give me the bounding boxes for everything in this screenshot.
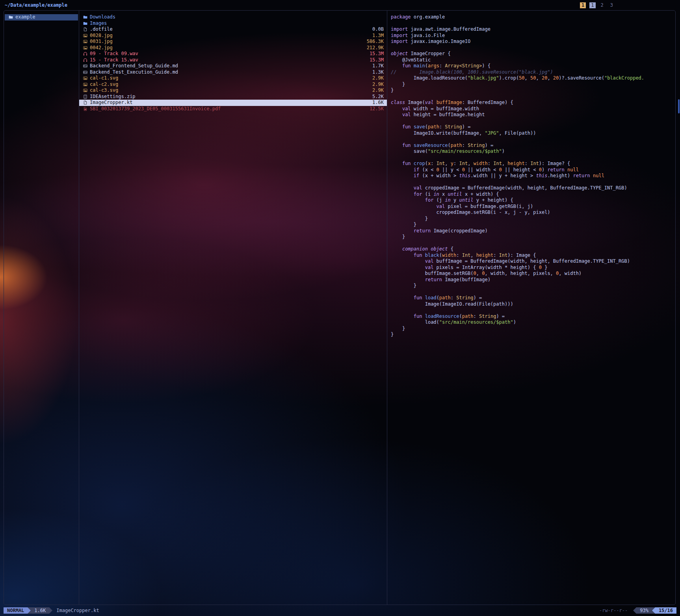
code-line	[391, 307, 674, 314]
kotlin-icon	[83, 100, 90, 105]
code-line	[391, 289, 674, 295]
image-icon	[83, 88, 90, 93]
tab-2[interactable]: 1	[589, 2, 595, 8]
code-line: for (i in x until x + width) {	[391, 191, 674, 198]
code-line: for (j in y until y + height) {	[391, 197, 674, 204]
file-row[interactable]: Images	[79, 20, 387, 27]
file-size-badge: 1.6K	[31, 607, 49, 614]
scroll-percent-badge: 93%	[636, 607, 652, 614]
preview-scrollbar[interactable]	[678, 99, 680, 113]
code-line: }	[391, 234, 674, 240]
file-row[interactable]: 15 - Track 15.wav15.3M	[79, 57, 387, 63]
code-line: import java.io.File	[391, 33, 674, 39]
folder-icon	[83, 21, 90, 26]
image-icon	[83, 46, 90, 50]
archive-icon	[83, 95, 90, 99]
code-line: return Image(croppedImage)	[391, 228, 674, 234]
parent-pane: example	[4, 11, 79, 605]
tab-3[interactable]: 2	[599, 2, 605, 8]
file-name: 0028.jpg	[90, 33, 369, 39]
code-line: companion object {	[391, 246, 674, 252]
tab-1[interactable]: 1	[580, 2, 586, 8]
folder-icon	[83, 15, 90, 19]
file-row[interactable]: 0028.jpg1.3M	[79, 33, 387, 39]
code-line	[391, 240, 674, 247]
audio-icon	[83, 58, 90, 62]
image-icon	[83, 76, 90, 80]
file-size: 2.9K	[372, 82, 384, 88]
image-icon	[83, 39, 90, 44]
file-name: Backend_Test_Execution_Guide.md	[90, 69, 369, 76]
file-list: DownloadsImages.dotfile0.0B0028.jpg1.3M0…	[79, 14, 387, 112]
code-line: fun loadResource(path: String) =	[391, 314, 674, 320]
code-line: fun crop(x: Int, y: Int, width: Int, hei…	[391, 161, 674, 167]
file-size: 5.2K	[372, 94, 384, 100]
file-row[interactable]: cal-c2.svg2.9K	[79, 82, 387, 88]
code-line: }	[391, 332, 674, 338]
file-size: 0.0B	[372, 26, 384, 33]
file-row[interactable]: Backend_Frontend_Setup_Guide.md1.7K	[79, 63, 387, 69]
code-line: @JvmStatic	[391, 57, 674, 63]
file-name: Downloads	[90, 14, 381, 20]
file-row[interactable]: ImageCropper.kt1.6K	[79, 100, 387, 106]
code-line: import java.awt.image.BufferedImage	[391, 26, 674, 33]
code-line: fun saveResource(path: String) =	[391, 143, 674, 149]
file-name: cal-c1.svg	[90, 75, 369, 82]
parent-item[interactable]: example	[5, 14, 78, 20]
powerline-separator	[49, 607, 52, 614]
file-row[interactable]: SBI_0032013739_2023_DE05_0003155631Invoi…	[79, 106, 387, 112]
markdown-icon	[83, 64, 90, 68]
code-line: if (x < 0 || y < 0 || width < 0 || heigh…	[391, 167, 674, 173]
file-row[interactable]: Backend_Test_Execution_Guide.md1.3K	[79, 69, 387, 76]
file-size: 2.9K	[372, 75, 384, 82]
file-row[interactable]: cal-c1.svg2.9K	[79, 75, 387, 82]
file-size: 1.7K	[372, 63, 384, 69]
file-size: 586.3K	[367, 39, 384, 45]
file-name: ImageCropper.kt	[90, 100, 369, 106]
audio-icon	[83, 52, 90, 56]
code-line: object ImageCropper {	[391, 51, 674, 57]
status-filename: ImageCropper.kt	[56, 608, 99, 613]
code-line	[391, 136, 674, 143]
code-line	[391, 118, 674, 124]
file-permissions: -rw-r--r--	[599, 608, 628, 613]
code-line: }	[391, 87, 674, 94]
file-row[interactable]: 09 - Track 09.wav15.3M	[79, 51, 387, 57]
file-row[interactable]: 0042.jpg212.9K	[79, 45, 387, 51]
file-name: 0042.jpg	[90, 45, 364, 51]
code-line: val width = buffImage.width	[391, 106, 674, 112]
code-line: class Image(val buffImage: BufferedImage…	[391, 100, 674, 106]
image-icon	[83, 82, 90, 87]
code-line: }	[391, 216, 674, 222]
code-line: save("src/main/resources/$path")	[391, 148, 674, 155]
code-line: // Image.black(100, 100).saveResource("b…	[391, 69, 674, 76]
tab-4[interactable]: 3	[609, 2, 615, 8]
code-line: import javax.imageio.ImageIO	[391, 39, 674, 45]
file-name: .dotfile	[90, 26, 369, 33]
code-line: load("src/main/resources/$path")	[391, 319, 674, 326]
file-name: 0031.jpg	[90, 39, 364, 45]
file-row[interactable]: .dotfile0.0B	[79, 26, 387, 33]
code-line: croppedImage.setRGB(i - x, j - y, pixel)	[391, 210, 674, 216]
file-row[interactable]: 0031.jpg586.3K	[79, 39, 387, 45]
code-line: ImageIO.write(buffImage, "JPG", File(pat…	[391, 130, 674, 137]
file-manager-window: example DownloadsImages.dotfile0.0B0028.…	[4, 10, 676, 605]
code-line: val pixels = IntArray(width * height) { …	[391, 265, 674, 271]
code-line	[391, 179, 674, 186]
pdf-icon	[83, 107, 90, 111]
code-line: val height = buffImage.height	[391, 112, 674, 118]
file-row[interactable]: Downloads	[79, 14, 387, 20]
code-line: }	[391, 222, 674, 228]
folder-icon	[9, 15, 15, 19]
file-row[interactable]: IDEAsettings.zip5.2K	[79, 94, 387, 100]
code-line: }	[391, 283, 674, 289]
status-bar: NORMAL 1.6K ImageCropper.kt -rw-r--r-- 9…	[4, 607, 676, 614]
code-line	[391, 45, 674, 51]
code-line	[391, 20, 674, 27]
mode-badge: NORMAL	[4, 607, 28, 614]
code-line: val croppedImage = BufferedImage(width, …	[391, 185, 674, 191]
powerline-separator	[28, 607, 31, 614]
file-size: 212.9K	[367, 45, 384, 51]
file-row[interactable]: cal-c3.svg2.9K	[79, 87, 387, 94]
file-name: IDEAsettings.zip	[90, 94, 369, 100]
